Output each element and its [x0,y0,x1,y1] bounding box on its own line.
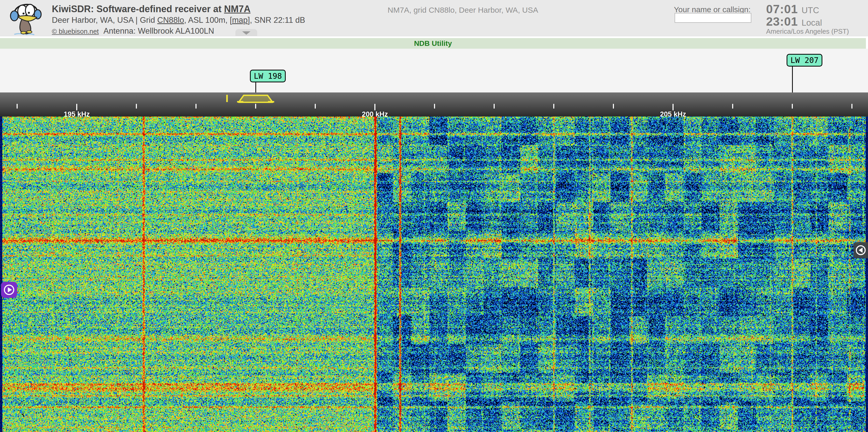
location-text: Deer Harbor, WA, USA | Grid [52,15,157,25]
scale-tick-195khz [76,104,77,110]
scale-tick-194khz [17,104,18,108]
grid-square-link[interactable]: CN88lo [157,15,184,25]
scale-tick-200khz [374,104,375,110]
band-label-ndb-utility[interactable]: NDB Utility [414,39,452,47]
control-panel-open-button[interactable] [854,242,868,258]
receiver-callsign-link[interactable]: NM7A [224,4,250,14]
kiwisdr-page: KiwiSDR: Software-defined receiver at NM… [0,0,868,432]
arrow-left-icon [854,242,868,258]
frequency-scale[interactable]: 195 kHz200 kHz205 kHz [0,93,868,117]
dx-label-lw-207[interactable]: LW 207 [786,54,823,67]
scale-tick-207khz [792,104,793,108]
topbar-collapse-tab[interactable] [236,29,257,36]
snr-text: ], SNR 22:11 dB [248,15,305,25]
callsign-input[interactable] [675,13,751,23]
utc-label: UTC [802,5,819,15]
title-text: KiwiSDR: Software-defined receiver at [52,4,224,14]
passband-foot [237,101,243,103]
scale-tick-202khz [494,104,495,108]
play-icon [1,282,17,298]
band-bar[interactable]: NDB Utility [0,38,866,49]
scale-tick-197khz [195,104,196,108]
receiver-title: KiwiSDR: Software-defined receiver at NM… [52,4,250,14]
scale-tick-204khz [613,104,614,108]
carrier-line [226,95,228,102]
utc-time: 07:01 [766,2,798,16]
waterfall-display[interactable] [0,117,868,432]
scale-tick-198khz [255,104,256,108]
dx-label-lw-198[interactable]: LW 198 [250,70,286,82]
scale-tick-199khz [315,104,316,108]
antenna-text: Antenna: Wellbrook ALA100LN [103,26,214,35]
receiver-summary: NM7A, grid CN88lo, Deer Harbor, WA, USA [388,6,538,14]
passband-trapezoid[interactable] [239,95,273,102]
timezone-label: America/Los Angeles (PST) [766,28,849,35]
chevron-down-icon [242,31,250,35]
scale-tick-203khz [553,104,554,108]
scale-tick-205khz [673,104,674,110]
scale-tick-206khz [732,104,733,108]
scale-tick-201khz [434,104,435,108]
callsign-label: Your name or callsign: [674,5,750,14]
scale-tick-196khz [136,104,137,108]
asl-text: , ASL 100m, [ [184,15,232,25]
scale-tick-208khz [851,104,852,108]
local-time: 23:01 [766,15,798,28]
passband-foot [268,101,274,103]
bluebison-credit-link[interactable]: © bluebison.net [52,28,99,35]
clock-utc: 07:01UTC [766,2,819,16]
kiwisdr-logo [7,1,47,36]
antenna-line: © bluebison.netAntenna: Wellbrook ALA100… [52,26,214,36]
dx-label-zone: LW 198LW 207 [0,49,868,93]
local-label: Local [802,18,822,28]
audio-start-button[interactable] [1,282,17,298]
map-link[interactable]: map [232,15,248,25]
receiver-location-line: Deer Harbor, WA, USA | Grid CN88lo, ASL … [52,15,305,25]
dx-label-line [792,65,793,93]
top-bar: KiwiSDR: Software-defined receiver at NM… [0,0,868,36]
clock-local: 23:01Local [766,14,822,29]
